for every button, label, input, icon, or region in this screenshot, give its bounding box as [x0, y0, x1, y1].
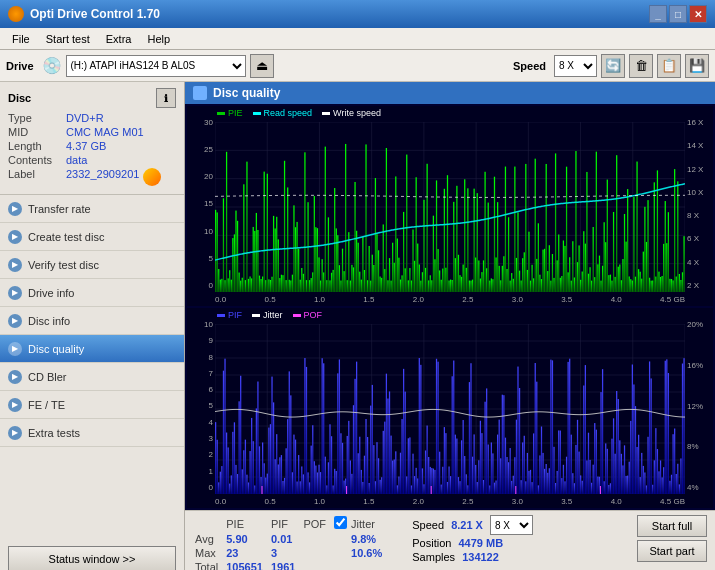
start-part-button[interactable]: Start part — [637, 540, 707, 562]
drive-select[interactable]: (H:) ATAPI iHAS124 B AL0S — [66, 55, 246, 77]
drive-label: Drive — [6, 60, 34, 72]
total-pif: 1961 — [269, 560, 301, 570]
drive-speed-bar: Drive 💿 (H:) ATAPI iHAS124 B AL0S ⏏ Spee… — [0, 50, 715, 82]
length-value: 4.37 GB — [66, 140, 106, 152]
legend-pof: POF — [293, 310, 323, 320]
charts-container: PIE Read speed Write speed 302520151050 — [185, 104, 715, 510]
bottom-chart-legend: PIF Jitter POF — [217, 310, 322, 320]
type-label: Type — [8, 112, 66, 124]
save-btn[interactable]: 💾 — [685, 54, 709, 78]
nav-label-extra: Extra tests — [28, 427, 80, 439]
minimize-btn[interactable]: _ — [649, 5, 667, 23]
nav-label-verify: Verify test disc — [28, 259, 99, 271]
erase-btn[interactable]: 🗑 — [629, 54, 653, 78]
bottom-chart: PIF Jitter POF 109876543210 — [187, 308, 713, 508]
nav-icon-discinfo: ▶ — [8, 314, 22, 328]
menu-extra[interactable]: Extra — [98, 31, 140, 47]
speed-select[interactable]: 1 X2 X4 X 8 X12 X16 XMax — [554, 55, 597, 77]
nav-label-cdbler: CD Bler — [28, 371, 67, 383]
disc-header-label: Disc — [8, 92, 31, 104]
speed-info-label: Speed — [412, 519, 444, 531]
nav-icon-quality: ▶ — [8, 342, 22, 356]
samples-value: 134122 — [462, 551, 499, 563]
chart-header: Disc quality — [185, 82, 715, 104]
disc-label-icon — [143, 168, 161, 186]
disc-label-value: 2332_2909201 — [66, 168, 139, 186]
bottom-chart-x-axis: 0.00.51.01.52.02.53.03.54.04.5 GB — [215, 497, 685, 506]
stats-table: PIE PIF POF Jitter Avg 5.90 0.01 9.8% — [193, 515, 388, 570]
legend-jitter-label: Jitter — [263, 310, 283, 320]
legend-jitter: Jitter — [252, 310, 283, 320]
stats-speed-select[interactable]: 1 X2 X4 X 8 X12 X16 X — [490, 515, 533, 535]
bottom-chart-y-right: 20%16%12%8%4% — [685, 318, 713, 494]
col-pie: PIE — [224, 515, 269, 532]
legend-pof-label: POF — [304, 310, 323, 320]
top-chart: PIE Read speed Write speed 302520151050 — [187, 106, 713, 306]
nav-label-discinfo: Disc info — [28, 315, 70, 327]
drive-combo: Drive 💿 (H:) ATAPI iHAS124 B AL0S ⏏ — [6, 54, 507, 78]
type-value: DVD+R — [66, 112, 104, 124]
nav-disc-quality[interactable]: ▶ Disc quality — [0, 335, 184, 363]
legend-writespeed: Write speed — [322, 108, 381, 118]
close-btn[interactable]: ✕ — [689, 5, 707, 23]
titlebar: Opti Drive Control 1.70 _ □ ✕ — [0, 0, 715, 28]
bottom-chart-y-left: 109876543210 — [187, 318, 215, 494]
nav-cd-bler[interactable]: ▶ CD Bler — [0, 363, 184, 391]
total-label: Total — [193, 560, 224, 570]
chart-header-icon — [193, 86, 207, 100]
window-controls: _ □ ✕ — [649, 5, 707, 23]
nav-icon-fete: ▶ — [8, 398, 22, 412]
col-jitter: Jitter — [349, 515, 388, 532]
start-full-button[interactable]: Start full — [637, 515, 707, 537]
legend-pie-label: PIE — [228, 108, 243, 118]
contents-value: data — [66, 154, 87, 166]
copy-btn[interactable]: 📋 — [657, 54, 681, 78]
contents-label: Contents — [8, 154, 66, 166]
top-chart-canvas — [215, 122, 685, 292]
nav-extra-tests[interactable]: ▶ Extra tests — [0, 419, 184, 447]
max-pif: 3 — [269, 546, 301, 560]
nav-verify-test[interactable]: ▶ Verify test disc — [0, 251, 184, 279]
legend-readspeed-label: Read speed — [264, 108, 313, 118]
nav-create-test[interactable]: ▶ Create test disc — [0, 223, 184, 251]
jitter-checkbox[interactable] — [334, 516, 347, 529]
legend-readspeed: Read speed — [253, 108, 313, 118]
sidebar: Disc ℹ Type DVD+R MID CMC MAG M01 Length… — [0, 82, 185, 570]
nav-fe-te[interactable]: ▶ FE / TE — [0, 391, 184, 419]
disc-label-label: Label — [8, 168, 66, 186]
nav-transfer-rate[interactable]: ▶ Transfer rate — [0, 195, 184, 223]
disc-panel: Disc ℹ Type DVD+R MID CMC MAG M01 Length… — [0, 82, 184, 195]
nav-label-driveinfo: Drive info — [28, 287, 74, 299]
app-icon — [8, 6, 24, 22]
disc-info-btn[interactable]: ℹ — [156, 88, 176, 108]
menu-help[interactable]: Help — [139, 31, 178, 47]
nav-disc-info[interactable]: ▶ Disc info — [0, 307, 184, 335]
drive-icon: 💿 — [42, 56, 62, 75]
max-jitter: 10.6% — [349, 546, 388, 560]
menu-file[interactable]: File — [4, 31, 38, 47]
legend-pif-label: PIF — [228, 310, 242, 320]
status-window-button[interactable]: Status window >> — [8, 546, 176, 570]
avg-pif: 0.01 — [269, 532, 301, 546]
start-buttons: Start full Start part — [637, 515, 707, 562]
samples-label: Samples — [412, 551, 455, 563]
eject-btn[interactable]: ⏏ — [250, 54, 274, 78]
mid-value: CMC MAG M01 — [66, 126, 144, 138]
app-title: Opti Drive Control 1.70 — [30, 7, 160, 21]
refresh-btn[interactable]: 🔄 — [601, 54, 625, 78]
speed-combo: Speed 1 X2 X4 X 8 X12 X16 XMax 🔄 🗑 📋 💾 — [513, 54, 709, 78]
nav-label-create: Create test disc — [28, 231, 104, 243]
top-chart-y-right: 16 X14 X12 X10 X8 X6 X4 X2 X — [685, 116, 713, 292]
length-label: Length — [8, 140, 66, 152]
maximize-btn[interactable]: □ — [669, 5, 687, 23]
menu-start-test[interactable]: Start test — [38, 31, 98, 47]
avg-label: Avg — [193, 532, 224, 546]
top-chart-legend: PIE Read speed Write speed — [217, 108, 381, 118]
legend-pif: PIF — [217, 310, 242, 320]
nav-icon-create: ▶ — [8, 230, 22, 244]
avg-pie: 5.90 — [224, 532, 269, 546]
nav-icon-driveinfo: ▶ — [8, 286, 22, 300]
nav-drive-info[interactable]: ▶ Drive info — [0, 279, 184, 307]
nav-icon-verify: ▶ — [8, 258, 22, 272]
nav-label-quality: Disc quality — [28, 343, 84, 355]
